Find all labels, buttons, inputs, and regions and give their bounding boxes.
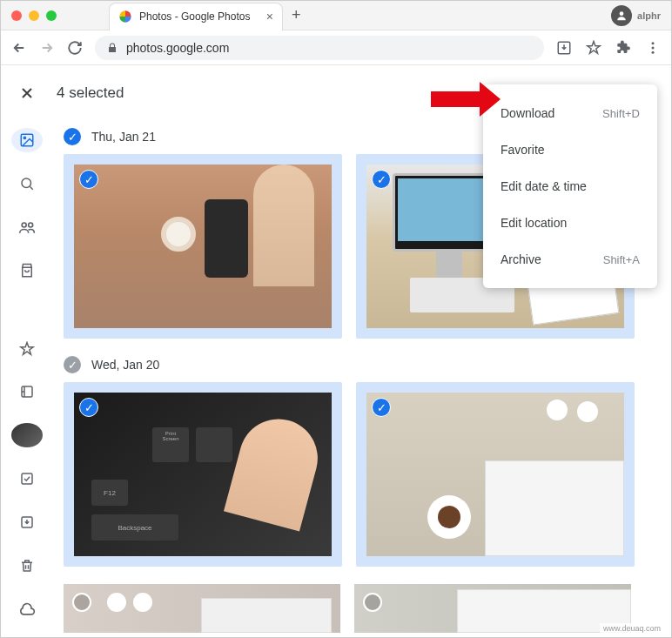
back-button[interactable] bbox=[11, 40, 27, 56]
profile-avatar-button[interactable] bbox=[611, 5, 632, 26]
traffic-lights bbox=[11, 10, 57, 21]
selection-count-text: 4 selected bbox=[57, 84, 124, 102]
photo-thumbnail bbox=[354, 584, 631, 633]
menu-label: Download bbox=[501, 106, 554, 120]
sidebar-storage[interactable] bbox=[11, 597, 43, 621]
svg-point-0 bbox=[620, 11, 624, 16]
reload-button[interactable] bbox=[67, 40, 83, 56]
photo-row bbox=[64, 584, 654, 633]
sidebar-archive[interactable] bbox=[11, 510, 43, 534]
menu-download[interactable]: Download Shift+D bbox=[483, 95, 657, 131]
sidebar-sharing[interactable] bbox=[11, 215, 43, 239]
photo-thumbnail bbox=[64, 584, 340, 633]
date-label: Wed, Jan 20 bbox=[91, 358, 159, 372]
chrome-menu-icon[interactable] bbox=[645, 40, 661, 56]
sidebar-favorites[interactable] bbox=[11, 337, 43, 361]
address-bar[interactable]: photos.google.com bbox=[95, 36, 544, 60]
svg-point-4 bbox=[652, 50, 655, 53]
window-titlebar: Photos - Google Photos × + alphr bbox=[1, 1, 671, 30]
close-selection-button[interactable] bbox=[18, 84, 36, 102]
menu-archive[interactable]: Archive Shift+A bbox=[483, 241, 657, 278]
menu-favorite[interactable]: Favorite bbox=[483, 131, 657, 168]
svg-point-8 bbox=[22, 223, 26, 227]
svg-point-3 bbox=[652, 46, 655, 49]
new-tab-button[interactable]: + bbox=[292, 6, 301, 24]
menu-shortcut: Shift+A bbox=[603, 253, 640, 266]
sidebar-albums[interactable] bbox=[11, 380, 43, 405]
extensions-icon[interactable] bbox=[615, 40, 631, 56]
photo-thumbnail bbox=[366, 393, 624, 556]
toolbar-actions bbox=[556, 40, 661, 56]
menu-label: Archive bbox=[501, 252, 541, 266]
svg-point-6 bbox=[24, 137, 25, 138]
sidebar-utilities[interactable] bbox=[11, 467, 43, 491]
menu-label: Edit location bbox=[501, 216, 567, 230]
browser-tabbar: Photos - Google Photos × + bbox=[109, 1, 301, 30]
photo-thumbnail bbox=[74, 165, 332, 328]
menu-label: Edit date & time bbox=[501, 179, 587, 193]
alphr-label: alphr bbox=[637, 10, 661, 21]
svg-rect-11 bbox=[22, 473, 32, 484]
date-check-icon[interactable]: ✓ bbox=[64, 128, 81, 145]
browser-toolbar: photos.google.com bbox=[1, 30, 671, 65]
svg-point-9 bbox=[29, 223, 33, 227]
date-header[interactable]: ✓ Wed, Jan 20 bbox=[64, 356, 654, 373]
photo-check-icon[interactable] bbox=[72, 593, 91, 612]
context-menu: Download Shift+D Favorite Edit date & ti… bbox=[483, 84, 657, 288]
bookmark-star-icon[interactable] bbox=[586, 40, 601, 56]
photo-check-icon[interactable]: ✓ bbox=[372, 170, 391, 189]
photo-item[interactable]: ✓ bbox=[356, 382, 635, 567]
window-minimize-button[interactable] bbox=[29, 10, 39, 21]
menu-edit-date[interactable]: Edit date & time bbox=[483, 168, 657, 205]
photo-item[interactable] bbox=[64, 584, 340, 633]
photo-thumbnail: F12 Backspace PrintScreen bbox=[74, 393, 332, 556]
photo-row: F12 Backspace PrintScreen ✓ ✓ bbox=[64, 382, 654, 567]
date-label: Thu, Jan 21 bbox=[91, 130, 156, 144]
sidebar-search[interactable] bbox=[11, 171, 43, 196]
date-check-icon[interactable]: ✓ bbox=[64, 356, 81, 373]
browser-tab[interactable]: Photos - Google Photos × bbox=[109, 3, 283, 30]
window-maximize-button[interactable] bbox=[46, 10, 57, 21]
lock-icon bbox=[107, 43, 118, 53]
photo-item[interactable]: ✓ bbox=[64, 154, 342, 339]
watermark: www.deuaq.com bbox=[600, 623, 664, 634]
google-photos-favicon bbox=[118, 10, 132, 24]
forward-button[interactable] bbox=[39, 40, 55, 56]
sidebar bbox=[1, 121, 53, 637]
url-text: photos.google.com bbox=[126, 41, 229, 55]
photo-check-icon[interactable]: ✓ bbox=[79, 398, 98, 417]
window-close-button[interactable] bbox=[11, 10, 22, 21]
photo-check-icon[interactable] bbox=[363, 593, 382, 612]
sidebar-trash[interactable] bbox=[11, 554, 43, 578]
svg-point-2 bbox=[652, 42, 655, 44]
annotation-arrow bbox=[431, 91, 481, 107]
sidebar-print-store[interactable] bbox=[11, 259, 43, 283]
menu-edit-location[interactable]: Edit location bbox=[483, 205, 657, 241]
photo-check-icon[interactable]: ✓ bbox=[79, 170, 98, 189]
install-app-icon[interactable] bbox=[556, 40, 572, 56]
photo-item[interactable]: F12 Backspace PrintScreen ✓ bbox=[64, 382, 342, 567]
menu-shortcut: Shift+D bbox=[602, 107, 640, 120]
sidebar-memory-thumb[interactable] bbox=[11, 423, 43, 447]
svg-point-7 bbox=[22, 178, 31, 188]
sidebar-photos[interactable] bbox=[11, 128, 43, 152]
photo-item[interactable] bbox=[354, 584, 631, 633]
tab-close-icon[interactable]: × bbox=[266, 10, 273, 24]
tab-title: Photos - Google Photos bbox=[139, 10, 259, 23]
menu-label: Favorite bbox=[501, 143, 545, 157]
photo-check-icon[interactable]: ✓ bbox=[372, 398, 391, 417]
